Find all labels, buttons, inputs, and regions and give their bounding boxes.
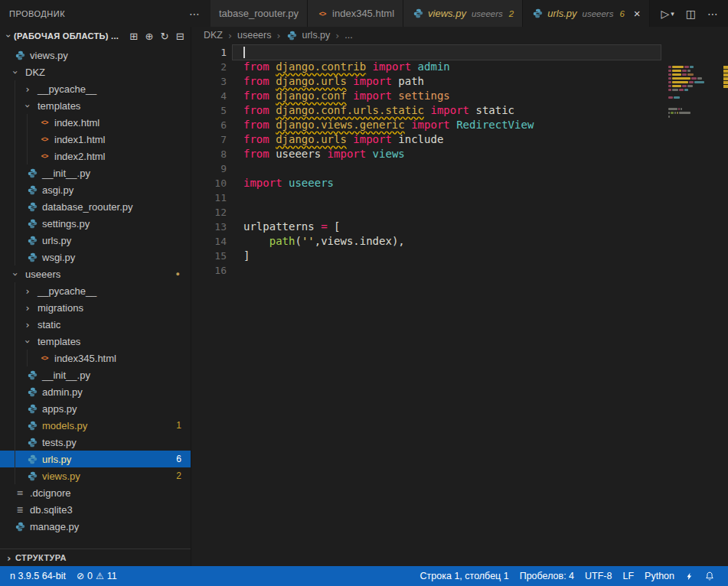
tree-item-urls.py[interactable]: urls.py xyxy=(0,232,191,249)
tree-item-index1.html[interactable]: <>index1.html xyxy=(0,131,191,148)
tab-index345.html[interactable]: <>index345.html xyxy=(308,0,403,27)
feedback-icon[interactable] xyxy=(680,571,699,581)
language-mode-item[interactable]: Python xyxy=(639,571,680,581)
python-file-icon xyxy=(531,8,544,18)
code-line-1: 1 xyxy=(191,45,728,60)
breadcrumb-item-...[interactable]: ... xyxy=(344,30,352,41)
editor-actions: ▷ ▾ ◫ ⋯ xyxy=(651,0,728,27)
minimap-segment xyxy=(668,108,677,110)
code-content[interactable] xyxy=(233,263,661,278)
tree-item-templates[interactable]: ›templates xyxy=(0,97,191,114)
eol-text: LF xyxy=(622,571,634,581)
tab-tabase_roouter.py[interactable]: tabase_roouter.py xyxy=(211,0,308,27)
token: import xyxy=(347,90,398,102)
code-content[interactable]: from useeers import views xyxy=(233,147,661,161)
tree-item-migrations[interactable]: ›migrations xyxy=(0,299,191,316)
minimap-segment xyxy=(687,73,694,76)
breadcrumb-item-useeers[interactable]: useeers xyxy=(237,30,271,41)
new-folder-icon[interactable]: ⊕ xyxy=(145,31,153,42)
tree-item-static[interactable]: ›static xyxy=(0,316,191,333)
more-actions-button[interactable]: ⋯ xyxy=(707,8,718,20)
code-content[interactable]: from django.views.generic import Redirec… xyxy=(233,118,661,132)
code-content[interactable]: ] xyxy=(233,249,661,263)
tree-item-apps.py[interactable]: apps.py xyxy=(0,400,191,417)
collapse-all-icon[interactable]: ⊟ xyxy=(176,31,184,42)
minimap-segment xyxy=(672,89,677,91)
tree-item-db.sqlite3[interactable]: ≣db.sqlite3 xyxy=(0,501,191,518)
tree-item-manage.py[interactable]: manage.py xyxy=(0,518,191,535)
code-editor[interactable]: 12from django.contrib import admin3from … xyxy=(191,44,728,566)
indentation-item[interactable]: Пробелов: 4 xyxy=(514,571,579,581)
python-file-icon xyxy=(26,387,38,397)
cursor-position-item[interactable]: Строка 1, столбец 1 xyxy=(415,571,514,581)
code-content[interactable]: from django.urls import include xyxy=(233,132,661,147)
token: django.urls xyxy=(276,133,347,145)
code-content[interactable]: path('',views.index), xyxy=(233,234,661,249)
code-content[interactable] xyxy=(233,45,661,60)
encoding-item[interactable]: UTF-8 xyxy=(579,571,617,581)
tree-item-admin.py[interactable]: admin.py xyxy=(0,383,191,400)
outline-section-header[interactable]: › СТРУКТУРА xyxy=(0,549,191,566)
new-file-icon[interactable]: ⊞ xyxy=(129,31,138,42)
token: path xyxy=(398,75,424,87)
tree-item-wsgi.py[interactable]: wsgi.py xyxy=(0,249,191,265)
code-content[interactable]: urlpatterns = [ xyxy=(233,220,661,234)
minimap[interactable] xyxy=(667,62,722,123)
eol-item[interactable]: LF xyxy=(617,571,639,581)
python-interpreter-item[interactable]: n 3.9.5 64-bit xyxy=(5,571,71,581)
tree-item-index345.html[interactable]: <>index345.html xyxy=(0,350,191,366)
code-content[interactable]: from django.conf import settings xyxy=(233,89,661,103)
code-content[interactable]: from django.contrib import admin xyxy=(233,60,661,74)
code-content[interactable] xyxy=(233,161,661,176)
close-icon[interactable]: × xyxy=(634,8,641,19)
errors-count: 0 xyxy=(87,571,93,581)
token: '' xyxy=(302,235,315,247)
minimap-line xyxy=(667,116,722,118)
tree-item-useeers[interactable]: ›useeers● xyxy=(0,265,191,282)
tree-item-__pycache__[interactable]: ›__pycache__ xyxy=(0,80,191,97)
python-file-icon xyxy=(412,8,424,18)
tree-item-tests.py[interactable]: tests.py xyxy=(0,434,191,451)
code-content[interactable]: import useeers xyxy=(233,176,661,190)
code-content[interactable]: from django.urls import path xyxy=(233,74,661,89)
minimap-segment xyxy=(674,96,679,99)
code-line-2: 2from django.contrib import admin xyxy=(191,60,728,74)
python-file-icon xyxy=(26,454,38,464)
tree-item-.dcignore[interactable]: ≡.dcignore xyxy=(0,484,191,501)
tree-item-database_roouter.py[interactable]: database_roouter.py xyxy=(0,198,191,215)
tree-item-index.html[interactable]: <>index.html xyxy=(0,114,191,131)
split-editor-button[interactable]: ◫ xyxy=(686,8,696,20)
tree-item-__init__.py[interactable]: __init__.py xyxy=(0,366,191,383)
problems-indicator[interactable]: ⊘ 0 ⚠ 11 xyxy=(71,571,122,581)
tab-views.py[interactable]: views.pyuseeers2 xyxy=(403,0,523,27)
tree-item-templates[interactable]: ›templates xyxy=(0,333,191,350)
refresh-icon[interactable]: ↻ xyxy=(161,31,169,42)
status-bar: n 3.9.5 64-bit ⊘ 0 ⚠ 11 Строка 1, столбе… xyxy=(0,566,728,586)
workspace-section-header[interactable]: › (РАБОЧАЯ ОБЛАСТЬ) ... ⊞ ⊕ ↻ ⊟ xyxy=(0,27,191,45)
tree-item-index2.html[interactable]: <>index2.html xyxy=(0,148,191,164)
tree-item-settings.py[interactable]: settings.py xyxy=(0,215,191,232)
overview-warning-mark xyxy=(723,73,728,77)
code-content[interactable]: from django.conf.urls.static import stat… xyxy=(233,103,661,118)
minimap-content xyxy=(667,62,722,122)
tree-item-urls.py[interactable]: urls.py6 xyxy=(0,451,191,467)
run-dropdown-icon[interactable]: ▾ xyxy=(671,10,674,18)
breadcrumb-item-DKZ[interactable]: DKZ xyxy=(204,30,223,41)
breadcrumb-item-urls.py[interactable]: urls.py xyxy=(286,30,330,41)
tree-item-DKZ[interactable]: ›DKZ xyxy=(0,63,191,80)
tree-item-__init__.py[interactable]: __init__.py xyxy=(0,164,191,181)
run-button[interactable]: ▷ ▾ xyxy=(661,8,674,20)
notifications-bell-icon[interactable] xyxy=(699,571,720,581)
tree-item-views.py[interactable]: views.py2 xyxy=(0,467,191,484)
tree-item-models.py[interactable]: models.py1 xyxy=(0,417,191,434)
token: django.contrib xyxy=(276,60,366,73)
tree-item-label: views.py xyxy=(42,470,80,482)
tree-item-asgi.py[interactable]: asgi.py xyxy=(0,181,191,198)
code-content[interactable] xyxy=(233,205,661,220)
panel-more-button[interactable]: ⋯ xyxy=(189,8,200,20)
tree-item-views.py[interactable]: views.py xyxy=(0,47,191,63)
tree-item-__pycache__[interactable]: ›__pycache__ xyxy=(0,282,191,299)
tab-urls.py[interactable]: urls.pyuseeers6× xyxy=(523,0,649,27)
token: from xyxy=(243,60,276,73)
code-content[interactable] xyxy=(233,190,661,205)
